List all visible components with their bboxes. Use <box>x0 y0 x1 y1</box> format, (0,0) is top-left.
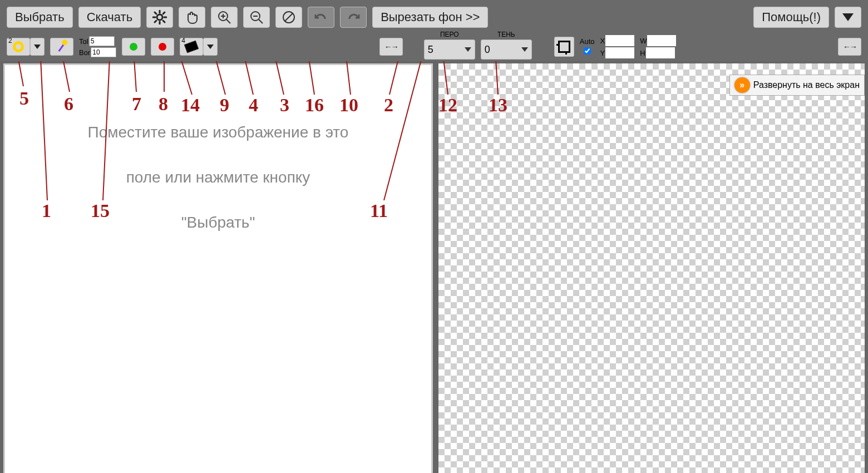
svg-line-5 <box>155 12 156 14</box>
green-dot-icon <box>130 43 137 51</box>
fullscreen-label: Развернуть на весь экран <box>753 80 860 90</box>
svg-line-17 <box>285 13 293 21</box>
auto-label: Auto <box>580 37 595 46</box>
marker-hotkey: 2 <box>8 37 12 45</box>
redo-button[interactable] <box>340 7 367 28</box>
border-input[interactable] <box>91 47 116 57</box>
undo-icon <box>314 10 328 24</box>
marker-tool-dropdown[interactable] <box>30 38 45 56</box>
workspace: Поместите ваше изображение в это поле ил… <box>0 61 868 473</box>
help-button[interactable]: Помощь(!) <box>753 7 829 28</box>
zoom-out-icon <box>249 10 264 24</box>
pan-button[interactable] <box>179 7 205 28</box>
pen-size-select[interactable]: 5 <box>424 40 475 60</box>
eraser-icon <box>184 41 199 53</box>
svg-line-6 <box>163 21 165 22</box>
top-menu-button[interactable] <box>835 7 861 28</box>
shadow-header: ТЕНЬ <box>497 31 515 38</box>
svg-line-8 <box>163 12 165 14</box>
eraser-hotkey: 4 <box>181 37 185 45</box>
chevron-down-icon <box>465 47 471 52</box>
chevron-down-icon <box>207 45 214 49</box>
shadow-size-value: 0 <box>485 44 490 56</box>
zoom-in-icon <box>217 10 231 24</box>
select-button[interactable]: Выбрать <box>7 7 73 28</box>
result-panel[interactable]: » Развернуть на весь экран <box>438 63 865 473</box>
red-marker-tool[interactable] <box>151 38 174 56</box>
hand-icon <box>185 10 199 24</box>
toolbar-second: 2 Tol Bor 4 ПЕРО 5 ТЕНЬ 0 Auto <box>0 35 868 61</box>
chevron-down-icon <box>842 13 854 21</box>
magic-wand-tool[interactable] <box>50 38 73 56</box>
tolerance-inputs: Tol Bor <box>79 36 116 57</box>
crop-y-input[interactable] <box>605 47 634 58</box>
swap-icon <box>843 42 856 52</box>
chevron-down-icon <box>521 47 528 52</box>
crop-icon <box>558 41 570 53</box>
placeholder-line-3: "Выбрать" <box>27 200 409 245</box>
drop-placeholder: Поместите ваше изображение в это поле ил… <box>27 110 409 245</box>
crop-w-input[interactable] <box>647 35 676 46</box>
marker-tool[interactable]: 2 <box>7 38 30 56</box>
svg-line-7 <box>155 21 156 22</box>
crop-h-input[interactable] <box>646 47 675 58</box>
pen-size-value: 5 <box>428 44 433 56</box>
prohibit-icon <box>282 10 296 24</box>
double-chevron-icon: » <box>734 77 750 93</box>
cut-background-button[interactable]: Вырезать фон >> <box>372 7 488 28</box>
red-dot-icon <box>159 43 166 51</box>
zoom-in-button[interactable] <box>211 7 238 28</box>
bor-label: Bor <box>79 48 90 57</box>
y-label: Y <box>600 49 605 57</box>
tolerance-input[interactable] <box>89 36 115 46</box>
x-label: X <box>600 37 605 45</box>
shadow-size-select[interactable]: 0 <box>481 40 532 60</box>
fullscreen-button[interactable]: » Развернуть на весь экран <box>729 75 865 96</box>
undo-button[interactable] <box>308 7 334 28</box>
swap-left-right-button[interactable] <box>379 38 403 56</box>
w-label: W <box>640 37 647 45</box>
swap-panels-button[interactable] <box>838 38 861 56</box>
redo-icon <box>346 10 361 24</box>
gear-icon <box>152 10 167 24</box>
svg-line-14 <box>259 19 263 23</box>
wand-icon <box>58 42 66 52</box>
svg-point-0 <box>157 14 162 20</box>
toolbar-top: Выбрать Скачать Вырезать фон >> Помощь(!… <box>0 0 868 35</box>
auto-crop: Auto <box>580 37 595 56</box>
eraser-tool-dropdown[interactable] <box>203 38 218 56</box>
pen-header: ПЕРО <box>440 31 459 38</box>
auto-crop-checkbox[interactable] <box>584 47 591 55</box>
placeholder-line-2: поле или нажмите кнопку <box>27 155 409 200</box>
placeholder-line-1: Поместите ваше изображение в это <box>27 110 409 155</box>
h-label: H <box>640 49 645 57</box>
tol-label: Tol <box>79 37 88 46</box>
swap-icon <box>384 42 398 52</box>
chevron-down-icon <box>34 45 41 49</box>
source-panel[interactable]: Поместите ваше изображение в это поле ил… <box>3 63 433 473</box>
eraser-tool[interactable]: 4 <box>180 38 203 56</box>
crop-x-input[interactable] <box>605 35 634 46</box>
ring-icon <box>13 41 24 52</box>
settings-button[interactable] <box>146 7 173 28</box>
download-button[interactable]: Скачать <box>78 7 141 28</box>
zoom-out-button[interactable] <box>243 7 270 28</box>
cancel-button[interactable] <box>275 7 302 28</box>
green-marker-tool[interactable] <box>122 38 145 56</box>
svg-line-10 <box>226 19 230 23</box>
crop-tool[interactable] <box>554 37 574 57</box>
